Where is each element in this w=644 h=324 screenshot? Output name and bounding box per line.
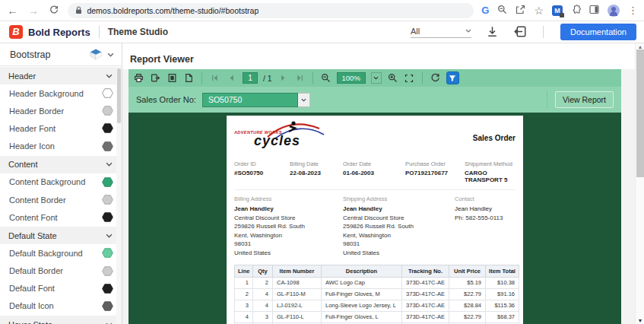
zoom-dropdown-caret[interactable]: [371, 72, 382, 84]
page-scrollbar[interactable]: ▲ ▼: [635, 43, 644, 324]
sidebar-item-header-background[interactable]: Header Background: [0, 84, 122, 102]
item-label: Header Background: [9, 89, 84, 98]
color-swatch-hexagon[interactable]: [102, 248, 113, 258]
color-swatch-hexagon[interactable]: [102, 195, 113, 205]
extension-m-icon[interactable]: M: [552, 5, 563, 16]
print-icon[interactable]: [133, 72, 144, 84]
sidebar-item-default-font[interactable]: Default Font: [0, 280, 122, 297]
theme-selector[interactable]: Bootstrap: [0, 43, 122, 66]
export-theme-icon[interactable]: [514, 26, 526, 38]
print-layout-icon[interactable]: [167, 72, 178, 84]
forward-icon[interactable]: →: [27, 5, 40, 16]
color-swatch-hexagon[interactable]: [102, 88, 113, 98]
scrollbar-down-arrow[interactable]: ▼: [637, 318, 643, 323]
item-label: Header Icon: [9, 141, 55, 151]
sidebar-scrollbar-thumb[interactable]: [117, 68, 121, 123]
color-swatch-hexagon[interactable]: [102, 212, 113, 222]
table-cell: $28.84: [449, 300, 486, 311]
table-cell: 373D-417C-AE: [402, 300, 449, 311]
color-swatch-hexagon[interactable]: [102, 106, 113, 116]
report-content-area[interactable]: ADVENTURE WORKS cycles Sales Order Order…: [128, 113, 621, 324]
sidebar-item-default-background[interactable]: Default Background: [0, 244, 122, 262]
menu-dots-icon[interactable]: ⋮: [628, 5, 638, 15]
download-icon[interactable]: [487, 26, 499, 38]
back-icon[interactable]: ←: [6, 5, 19, 16]
color-swatch-hexagon[interactable]: [102, 141, 113, 151]
address-line: 259826 Russell Rd. South: [343, 222, 455, 231]
chevron-down-icon: [106, 74, 113, 78]
field-label: Order ID: [234, 160, 290, 167]
sidebar-item-default-icon[interactable]: Default Icon: [0, 297, 122, 315]
sales-order-dropdown[interactable]: SO50750: [202, 93, 298, 107]
table-row: 12CA-1098AWC Logo Cap373D-417C-AE$5.19$1…: [235, 277, 519, 288]
sales-order-dropdown-caret[interactable]: [298, 93, 310, 107]
fit-to-page-icon[interactable]: [404, 72, 415, 84]
table-cell: 3: [253, 311, 273, 322]
app-header: B Bold Reports Theme Studio All Document…: [0, 21, 644, 43]
order-field-purchase-order: Purchase Order PO7192170677: [405, 160, 465, 183]
page-number-input[interactable]: 1: [243, 72, 258, 84]
sidebar-item-header-border[interactable]: Header Border: [0, 102, 122, 119]
table-body: 12CA-1098AWC Logo Cap373D-417C-AE$5.19$1…: [235, 277, 519, 324]
sidebar-scrollbar[interactable]: [116, 67, 122, 324]
zoom-search-icon[interactable]: [497, 5, 507, 16]
parameters-filter-icon[interactable]: [446, 71, 459, 84]
viewer-toolbar: 1 / 1 100%: [128, 69, 621, 87]
side-panel-icon[interactable]: [589, 5, 599, 16]
sidebar-section-hover-state[interactable]: Hover State: [0, 316, 122, 324]
share-icon[interactable]: [516, 5, 525, 16]
bold-reports-logo-icon[interactable]: B: [9, 25, 23, 39]
sidebar-item-header-font[interactable]: Header Font: [0, 119, 122, 137]
table-cell: AWC Logo Cap: [322, 277, 402, 288]
address-line: Central Discount Store: [343, 214, 455, 223]
last-page-icon[interactable]: [294, 72, 306, 84]
page-setup-icon[interactable]: [183, 72, 195, 84]
sidebar-item-content-border[interactable]: Content Border: [0, 191, 122, 208]
color-swatch-hexagon[interactable]: [102, 301, 113, 311]
export-icon[interactable]: [150, 72, 161, 84]
sidebar-section-default-state[interactable]: Default State: [0, 227, 122, 244]
sidebar-item-content-background[interactable]: Content Background: [0, 173, 122, 191]
sidebar-item-header-icon[interactable]: Header Icon: [0, 138, 122, 155]
sidebar-section-header[interactable]: Header: [0, 67, 122, 84]
zoom-out-icon[interactable]: [320, 72, 332, 84]
table-cell: GL-F110-M: [273, 288, 322, 300]
sidebar-item-default-border[interactable]: Default Border: [0, 262, 122, 280]
zoom-level-select[interactable]: 100%: [337, 72, 366, 84]
previous-page-icon[interactable]: [226, 72, 237, 84]
browser-action-icons: G ☆ M ⋮: [481, 5, 638, 17]
table-cell: 373D-417C-AE: [402, 277, 449, 288]
refresh-icon[interactable]: [430, 72, 441, 84]
column-header-description: Description: [322, 265, 402, 277]
scrollbar-thumb[interactable]: [636, 49, 644, 177]
profile-avatar[interactable]: [608, 5, 620, 17]
bookmark-star-icon[interactable]: ☆: [534, 5, 544, 16]
puzzle-icon[interactable]: [571, 5, 581, 16]
order-field-shippment-method: Shippment Method CARGO TRANSPORT 5: [465, 160, 516, 183]
view-report-button[interactable]: View Report: [555, 91, 614, 108]
address-bar[interactable]: demos.boldreports.com/theme-studio/#boot…: [68, 3, 474, 18]
color-swatch-hexagon[interactable]: [102, 177, 113, 187]
main-area: Report Viewer: [122, 43, 644, 324]
address-line: Kent, Washington: [343, 231, 455, 240]
table-cell: $10.38: [486, 277, 519, 288]
next-page-icon[interactable]: [278, 72, 289, 84]
color-swatch-hexagon[interactable]: [102, 123, 113, 133]
color-swatch-hexagon[interactable]: [102, 266, 113, 276]
documentation-button[interactable]: Documentation: [560, 24, 636, 40]
scrollbar-up-arrow[interactable]: ▲: [637, 44, 643, 49]
report-filter-select[interactable]: All: [411, 27, 471, 38]
field-label: Order Date: [343, 160, 405, 167]
first-page-icon[interactable]: [209, 72, 220, 84]
page-count-label: / 1: [263, 74, 272, 83]
google-icon[interactable]: G: [481, 5, 489, 15]
reload-icon[interactable]: [47, 5, 60, 16]
sidebar-section-content[interactable]: Content: [0, 156, 122, 173]
address-line: 98031: [343, 240, 455, 249]
color-swatch-hexagon[interactable]: [102, 284, 113, 294]
sidebar-item-content-font[interactable]: Content Font: [0, 208, 122, 226]
order-field-order-date: Order Date 01-06-2003: [343, 160, 405, 183]
header-divider: [99, 26, 100, 38]
report-viewer-panel: 1 / 1 100%: [128, 69, 621, 324]
zoom-in-icon[interactable]: [387, 72, 398, 84]
